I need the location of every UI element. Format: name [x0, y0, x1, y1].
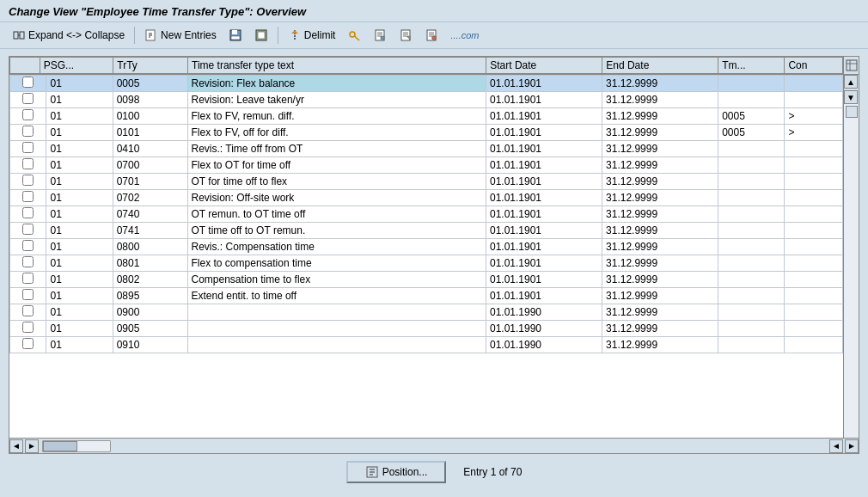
position-button[interactable]: Position... — [346, 461, 447, 483]
scroll-right-button[interactable]: ► — [25, 439, 39, 453]
row-checkbox[interactable] — [22, 273, 34, 284]
table-row[interactable]: 010101Flex to FV, off for diff.01.01.190… — [10, 125, 843, 141]
delimit-icon — [288, 28, 302, 42]
table-row[interactable]: 01090001.01.199031.12.9999 — [10, 304, 843, 321]
table-row[interactable]: 010895Extend entit. to time off01.01.190… — [10, 288, 843, 304]
row-checkbox[interactable] — [22, 240, 34, 251]
cell-psg: 01 — [46, 223, 113, 239]
save-button[interactable] — [223, 26, 248, 45]
row-checkbox[interactable] — [22, 126, 34, 137]
cell-text: Flex to FV, remun. diff. — [187, 108, 486, 125]
cell-end: 31.12.9999 — [602, 223, 718, 239]
cell-psg: 01 — [46, 239, 113, 255]
cell-end: 31.12.9999 — [602, 255, 718, 272]
scroll-checkbox[interactable] — [846, 106, 858, 118]
cell-start: 01.01.1901 — [486, 157, 602, 174]
h-scroll-thumb[interactable] — [43, 441, 77, 451]
row-checkbox[interactable] — [22, 175, 34, 186]
scroll-down-button[interactable]: ▼ — [844, 90, 858, 104]
right-scroll-right-button[interactable]: ► — [845, 439, 859, 453]
right-scroll-left-button[interactable]: ◄ — [829, 439, 843, 453]
cell-text: Flex to OT for time off — [187, 157, 486, 174]
key-button[interactable] — [342, 26, 366, 45]
delimit-button[interactable]: Delimit — [283, 26, 341, 45]
cell-start: 01.01.1901 — [486, 255, 602, 272]
cell-con — [785, 304, 843, 321]
doc-button-1[interactable] — [368, 26, 392, 45]
cell-tm — [718, 92, 785, 108]
cell-end: 31.12.9999 — [602, 304, 718, 321]
cell-trty: 0801 — [113, 255, 187, 272]
cell-end: 31.12.9999 — [602, 108, 718, 125]
cell-con — [785, 239, 843, 255]
table-row[interactable]: 010740OT remun. to OT time off01.01.1901… — [10, 206, 843, 223]
table-row[interactable]: 010100Flex to FV, remun. diff.01.01.1901… — [10, 108, 843, 125]
copy-button[interactable] — [249, 26, 273, 45]
cell-end: 31.12.9999 — [602, 239, 718, 255]
cell-trty: 0905 — [113, 321, 187, 337]
table-row[interactable]: 010410Revis.: Time off from OT01.01.1901… — [10, 141, 843, 157]
row-checkbox[interactable] — [22, 142, 34, 153]
cell-text: OT time off to OT remun. — [187, 223, 486, 239]
cell-trty: 0005 — [113, 76, 187, 92]
cell-tm — [718, 190, 785, 206]
table-row[interactable]: 010800Revis.: Compensation time01.01.190… — [10, 239, 843, 255]
scroll-left-button[interactable]: ◄ — [9, 439, 23, 453]
table-row[interactable]: 010741OT time off to OT remun.01.01.1901… — [10, 223, 843, 239]
cell-psg: 01 — [46, 92, 113, 108]
cell-text: Extend entit. to time off — [187, 288, 486, 304]
table-row[interactable]: 01090501.01.199031.12.9999 — [10, 321, 843, 337]
row-checkbox[interactable] — [22, 109, 34, 120]
cell-trty: 0101 — [113, 125, 187, 141]
cell-start: 01.01.1901 — [486, 288, 602, 304]
row-checkbox[interactable] — [22, 338, 34, 349]
vertical-scrollbar[interactable]: ▲ ▼ — [843, 75, 859, 438]
doc-icon-1 — [373, 28, 387, 42]
col-header-psg: PSG... — [40, 58, 113, 74]
toolbar-separator-1 — [134, 27, 135, 44]
row-checkbox[interactable] — [22, 207, 34, 218]
cell-tm — [718, 304, 785, 321]
h-scroll-thumb-area — [42, 440, 111, 452]
cell-psg: 01 — [46, 125, 113, 141]
horizontal-scrollbar[interactable]: ◄ ► ◄ ► — [9, 438, 859, 453]
table-row[interactable]: 010098Revision: Leave taken/yr01.01.1901… — [10, 92, 843, 108]
cell-con — [785, 272, 843, 288]
table-corner-button[interactable] — [843, 57, 859, 74]
row-checkbox[interactable] — [22, 289, 34, 300]
table-row[interactable]: 010700Flex to OT for time off01.01.19013… — [10, 157, 843, 174]
row-checkbox[interactable] — [22, 93, 34, 104]
table-row[interactable]: 010702Revision: Off-site work01.01.19013… — [10, 190, 843, 206]
row-checkbox[interactable] — [22, 305, 34, 316]
row-checkbox[interactable] — [22, 77, 34, 88]
svg-marker-13 — [291, 30, 298, 34]
expand-collapse-button[interactable]: Expand <-> Collapse — [7, 26, 130, 45]
cell-tm — [718, 223, 785, 239]
cell-start: 01.01.1901 — [486, 206, 602, 223]
table-row[interactable]: 010701OT for time off to flex01.01.19013… — [10, 174, 843, 190]
cell-end: 31.12.9999 — [602, 206, 718, 223]
main-window: Change View "Employee Time Transfer Type… — [0, 0, 868, 497]
row-checkbox[interactable] — [22, 322, 34, 333]
doc-button-3[interactable] — [419, 26, 443, 45]
doc-icon-3 — [425, 28, 438, 42]
row-checkbox[interactable] — [22, 158, 34, 169]
cell-psg: 01 — [46, 174, 113, 190]
table-row[interactable]: 010005Revision: Flex balance01.01.190131… — [10, 76, 843, 92]
cell-start: 01.01.1901 — [486, 92, 602, 108]
cell-text: OT for time off to flex — [187, 174, 486, 190]
table-row[interactable]: 010802Compensation time to flex01.01.190… — [10, 272, 843, 288]
row-checkbox[interactable] — [22, 224, 34, 235]
new-entries-button[interactable]: New Entries — [139, 26, 222, 45]
cell-psg: 01 — [46, 108, 113, 125]
cell-con — [785, 157, 843, 174]
cell-trty: 0910 — [113, 337, 187, 353]
table-row[interactable]: 01091001.01.199031.12.9999 — [10, 337, 843, 353]
cell-psg: 01 — [46, 337, 113, 353]
scroll-up-button[interactable]: ▲ — [844, 75, 858, 89]
row-checkbox[interactable] — [22, 191, 34, 202]
table-row[interactable]: 010801Flex to compensation time01.01.190… — [10, 255, 843, 272]
cell-trty: 0100 — [113, 108, 187, 125]
doc-button-2[interactable] — [394, 26, 418, 45]
row-checkbox[interactable] — [22, 256, 34, 267]
